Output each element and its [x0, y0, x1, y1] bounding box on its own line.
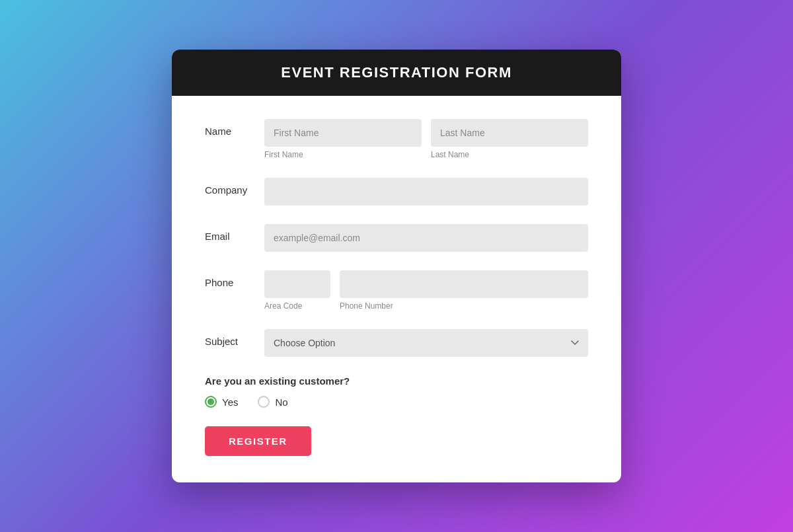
subject-row: Subject Choose Option General Inquiry Su… [205, 329, 588, 357]
company-input[interactable] [264, 178, 588, 206]
first-name-sublabel: First Name [264, 150, 422, 159]
customer-section: Are you an existing customer? Yes No [205, 375, 588, 408]
name-fields: First Name Last Name [264, 119, 588, 159]
yes-radio-label[interactable]: Yes [205, 396, 238, 408]
email-row: Email [205, 224, 588, 252]
first-name-input[interactable] [264, 119, 422, 147]
form-header: EVENT REGISTRATION FORM [172, 50, 621, 96]
no-radio-label[interactable]: No [258, 396, 287, 408]
email-input[interactable] [264, 224, 588, 252]
phone-row: Phone Area Code Phone Number [205, 270, 588, 311]
form-title: EVENT REGISTRATION FORM [192, 64, 601, 81]
phone-input-group: Area Code Phone Number [264, 270, 588, 311]
phone-label: Phone [205, 270, 264, 288]
company-fields [264, 178, 588, 206]
name-row: Name First Name Last Name [205, 119, 588, 159]
customer-question: Are you an existing customer? [205, 375, 588, 387]
radio-group: Yes No [205, 396, 588, 408]
phone-number-sublabel: Phone Number [340, 301, 588, 311]
no-radio-button[interactable] [258, 396, 270, 408]
form-body: Name First Name Last Name Company [172, 96, 621, 482]
area-code-sublabel: Area Code [264, 301, 330, 311]
phone-number-wrapper: Phone Number [340, 270, 588, 311]
company-row: Company [205, 178, 588, 206]
email-fields [264, 224, 588, 252]
subject-select[interactable]: Choose Option General Inquiry Support Sa… [264, 329, 588, 357]
phone-number-input[interactable] [340, 270, 588, 298]
subject-fields: Choose Option General Inquiry Support Sa… [264, 329, 588, 357]
name-label: Name [205, 119, 264, 137]
register-button[interactable]: REGISTER [205, 426, 311, 456]
name-input-group: First Name Last Name [264, 119, 588, 159]
no-label: No [275, 397, 287, 408]
last-name-input[interactable] [431, 119, 588, 147]
form-container: EVENT REGISTRATION FORM Name First Name … [172, 50, 621, 482]
area-code-wrapper: Area Code [264, 270, 330, 311]
area-code-input[interactable] [264, 270, 330, 298]
yes-label: Yes [222, 397, 238, 408]
email-label: Email [205, 224, 264, 242]
last-name-sublabel: Last Name [431, 150, 588, 159]
last-name-wrapper: Last Name [431, 119, 588, 159]
phone-fields: Area Code Phone Number [264, 270, 588, 311]
company-label: Company [205, 178, 264, 196]
subject-label: Subject [205, 329, 264, 347]
subject-select-wrapper: Choose Option General Inquiry Support Sa… [264, 329, 588, 357]
first-name-wrapper: First Name [264, 119, 422, 159]
yes-radio-button[interactable] [205, 396, 217, 408]
